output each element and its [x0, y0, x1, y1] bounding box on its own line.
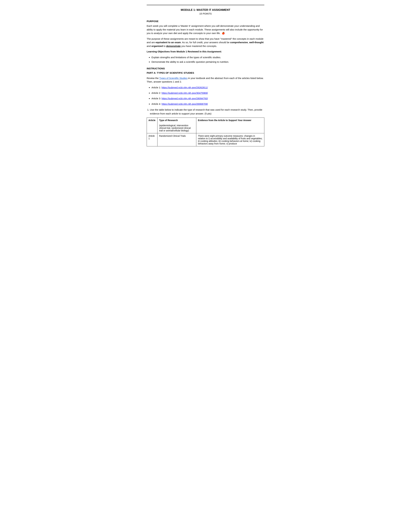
- questions-list: Use the table below to indicate the type…: [150, 108, 264, 116]
- table-header-row: Article Type of Research (epidemiologica…: [147, 117, 264, 133]
- table-cell-article-1: Article 1: [147, 133, 158, 146]
- objective-1: Explain strengths and limitations of the…: [151, 56, 264, 59]
- objectives-list: Explain strengths and limitations of the…: [151, 56, 264, 64]
- purpose-paragraph2: The purpose of these assignments are mea…: [147, 37, 264, 48]
- purpose-paragraph1: Each week you will complete a 'Master It…: [147, 24, 264, 35]
- article-2-url[interactable]: https://pubmed.ncbi.nlm.nih.gov/30475969…: [162, 92, 208, 94]
- article-4-url[interactable]: https://pubmed.ncbi.nlm.nih.gov/26908709…: [162, 103, 208, 105]
- col-article: Article: [147, 117, 158, 133]
- purpose-heading: PURPOSE: [147, 20, 264, 23]
- objective-2: Demonstrate the ability to ask a scienti…: [151, 60, 264, 64]
- learning-objectives-heading: Learning Objectives from Module 1 Review…: [147, 50, 264, 54]
- page-title: MODULE 1: MASTER IT ASSIGNMENT: [147, 8, 264, 12]
- table-cell-evidence-1: There were eight primary outcome measure…: [196, 133, 264, 146]
- article-link-4: Article 4: https://pubmed.ncbi.nlm.nih.g…: [151, 102, 264, 106]
- part-a-heading: PART A: TYPES OF SCIENTIFIC STUDIES: [147, 71, 264, 74]
- instructions-heading: INSTRUCTIONS: [147, 67, 264, 70]
- types-of-studies-link[interactable]: Types of Scientific Studies: [159, 77, 187, 79]
- apple-icon: 🍎: [222, 32, 225, 35]
- top-border: [147, 5, 264, 5]
- instructions-section: INSTRUCTIONS PART A: TYPES OF SCIENTIFIC…: [147, 67, 264, 146]
- col-evidence: Evidence from the Article to Support You…: [196, 117, 264, 133]
- article-links-list: Article 1: https://pubmed.ncbi.nlm.nih.g…: [151, 86, 264, 106]
- page-points: 15 POINTS: [147, 12, 264, 15]
- table-row: Article 1 Randomized Clinical Trials The…: [147, 133, 264, 146]
- article-1-url[interactable]: https://pubmed.ncbi.nlm.nih.gov/29262811…: [162, 86, 208, 89]
- article-3-url[interactable]: https://pubmed.ncbi.nlm.nih.gov/28094793…: [162, 97, 208, 100]
- question-1: Use the table below to indicate the type…: [150, 108, 264, 116]
- col-type: Type of Research (epidemiological, inter…: [158, 117, 196, 133]
- part-a-intro: Review the Types of Scientific Studies i…: [147, 76, 264, 84]
- research-table: Article Type of Research (epidemiologica…: [147, 117, 264, 146]
- article-link-2: Article 2: https://pubmed.ncbi.nlm.nih.g…: [151, 91, 264, 95]
- table-cell-type-1: Randomized Clinical Trials: [158, 133, 196, 146]
- article-link-1: Article 1: https://pubmed.ncbi.nlm.nih.g…: [151, 86, 264, 89]
- article-link-3: Article 3: https://pubmed.ncbi.nlm.nih.g…: [151, 96, 264, 100]
- page-header: MODULE 1: MASTER IT ASSIGNMENT 15 POINTS: [147, 8, 264, 15]
- purpose-section: PURPOSE Each week you will complete a 'M…: [147, 20, 264, 64]
